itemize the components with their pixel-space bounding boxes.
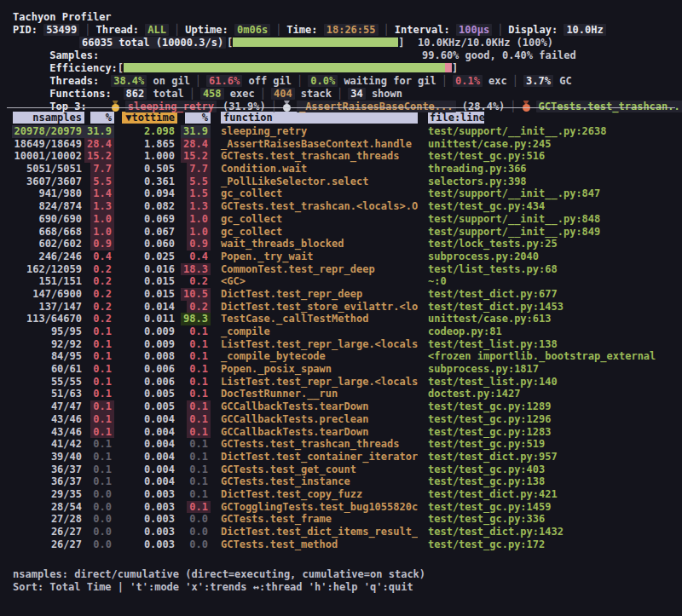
table-row[interactable]: 43/46 0.1 0.004 0.1 GCCallbackTests.tear… <box>0 426 682 439</box>
pct-cumulative-cell: 0.0 <box>177 538 211 551</box>
table-row[interactable]: 941/980 1.4 0.094 1.5 gc_collect test/su… <box>0 187 682 200</box>
tottime-cell: 2.098 <box>114 125 177 138</box>
info-value: 0m06s <box>234 24 270 36</box>
tottime-cell: 0.361 <box>114 176 177 188</box>
column-header-pct-direct[interactable]: % <box>90 112 114 124</box>
samples-rate: 10.0KHz/10.0KHz (100%) <box>418 37 553 49</box>
table-row[interactable]: 113/64670 0.2 0.011 98.3 TestCase._callT… <box>0 313 682 325</box>
samples-bar: [] <box>227 37 404 49</box>
table-row[interactable]: 151/151 0.2 0.015 0.2 <GC> ~:0 <box>0 275 682 288</box>
function-cell: GCTogglingTests.test_bug1055820c <box>211 501 418 514</box>
file-line-cell: codeop.py:81 <box>418 325 682 338</box>
file-line-cell: threading.py:366 <box>418 163 682 176</box>
nsamples-cell: 47/47 <box>0 400 84 413</box>
table-row[interactable]: 43/46 0.1 0.004 0.1 GCCallbackTests.prec… <box>0 413 682 426</box>
nsamples-cell: 26/27 <box>0 538 84 551</box>
table-row[interactable]: 36/37 0.1 0.004 0.1 GCTests.test_get_cou… <box>0 463 682 476</box>
table-header-row: nsamples % ▼tottime % function file:line <box>0 112 682 125</box>
tottime-cell: 0.004 <box>114 451 177 463</box>
table-row[interactable]: 92/92 0.1 0.009 0.1 ListTest.test_repr_l… <box>0 338 682 351</box>
table-row[interactable]: 51/63 0.1 0.005 0.1 DocTestRunner.__run … <box>0 388 682 400</box>
table-row[interactable]: 27/28 0.0 0.003 0.0 GCTests.test_frame t… <box>0 513 682 526</box>
column-header-function[interactable]: function <box>221 112 418 124</box>
function-cell: _compile_bytecode <box>211 350 418 363</box>
function-cell: sleeping_retry <box>211 125 418 138</box>
tottime-cell: 0.009 <box>114 325 177 338</box>
tottime-cell: 0.003 <box>114 538 177 551</box>
nsamples-cell: 55/55 <box>0 376 84 389</box>
separator-glyph: │ <box>266 101 282 112</box>
pct-cumulative-cell: 0.4 <box>177 250 211 263</box>
footer-section: nsamples: direct/cumulative (direct=exec… <box>0 568 682 594</box>
file-line-cell: test/test_gc.py:172 <box>418 538 682 551</box>
table-row[interactable]: 41/42 0.1 0.004 0.1 GCTests.test_trashca… <box>0 438 682 451</box>
table-row[interactable]: 690/690 1.0 0.069 1.0 gc_collect test/su… <box>0 213 682 226</box>
function-cell: gc_collect <box>211 213 418 226</box>
pct-cumulative-cell: 31.9 <box>177 125 211 138</box>
table-row[interactable]: 55/55 0.1 0.006 0.1 ListTest.test_repr_l… <box>0 376 682 389</box>
table-row[interactable]: 84/95 0.1 0.008 0.1 _compile_bytecode <f… <box>0 350 682 363</box>
info-label: Uptime: <box>185 24 234 36</box>
column-header-pct-cumulative[interactable]: % <box>185 112 211 124</box>
column-header-file-line[interactable]: file:line <box>428 112 484 124</box>
nsamples-cell: 41/42 <box>0 438 84 451</box>
pct-direct-cell: 1.3 <box>84 200 114 213</box>
table-row[interactable]: 162/12059 0.2 0.016 18.3 CommonTest.test… <box>0 263 682 276</box>
pct-direct-cell: 0.0 <box>84 513 114 526</box>
pct-direct-cell: 0.4 <box>84 250 114 263</box>
table-row[interactable]: 28/54 0.0 0.003 0.1 GCTogglingTests.test… <box>0 501 682 514</box>
table-row[interactable]: 668/668 1.0 0.067 1.0 gc_collect test/su… <box>0 226 682 239</box>
info-label: Time: <box>286 24 323 36</box>
nsamples-cell: 36/37 <box>0 475 84 488</box>
tottime-cell: 0.015 <box>114 275 177 288</box>
file-line-cell: test/test_dict.py:421 <box>418 488 682 501</box>
pct-direct-cell: 0.1 <box>84 325 114 338</box>
table-row[interactable]: 29/35 0.0 0.003 0.1 DictTest.test_copy_f… <box>0 488 682 501</box>
pct-direct-cell: 0.2 <box>84 301 114 314</box>
table-row[interactable]: 147/6900 0.2 0.015 10.5 DictTest.test_re… <box>0 288 682 301</box>
table-row[interactable]: 47/47 0.1 0.005 0.1 GCCallbackTests.tear… <box>0 400 682 413</box>
tottime-cell: 0.016 <box>114 263 177 276</box>
table-row[interactable]: 824/874 1.3 0.082 1.3 GCTests.test_trash… <box>0 200 682 213</box>
table-row[interactable]: 20978/20979 31.9 2.098 31.9 sleeping_ret… <box>0 125 682 138</box>
table-row[interactable]: 95/95 0.1 0.009 0.1 _compile codeop.py:8… <box>0 325 682 338</box>
table-row[interactable]: 602/602 0.9 0.060 0.9 wait_threads_block… <box>0 238 682 250</box>
function-cell: GCTests.test_get_count <box>211 463 418 476</box>
table-row[interactable]: 137/147 0.2 0.014 0.2 DictTest.test_stor… <box>0 301 682 314</box>
table-row[interactable]: 36/37 0.1 0.004 0.1 GCTests.test_instanc… <box>0 475 682 488</box>
column-header-tottime-sorted[interactable]: ▼tottime <box>122 112 177 124</box>
nsamples-cell: 20978/20979 <box>0 125 84 138</box>
table-row[interactable]: 246/246 0.4 0.025 0.4 Popen._try_wait su… <box>0 250 682 263</box>
table-row[interactable]: 60/61 0.1 0.006 0.1 Popen._posix_spawn s… <box>0 363 682 376</box>
file-line-cell: test/test_dict.py:957 <box>418 451 682 463</box>
table-row[interactable]: 26/27 0.0 0.003 0.0 DictTest.test_dict_i… <box>0 526 682 538</box>
tottime-cell: 1.865 <box>114 138 177 151</box>
file-line-cell: test/support/__init__.py:2638 <box>418 125 682 138</box>
table-body: 20978/20979 31.9 2.098 31.9 sleeping_ret… <box>0 125 682 550</box>
nsamples-cell: 27/28 <box>0 513 84 526</box>
nsamples-cell: 162/12059 <box>0 263 84 276</box>
tottime-cell: 0.003 <box>114 526 177 538</box>
info-value: 10.0Hz <box>564 24 605 36</box>
pct-cumulative-cell: 1.3 <box>177 200 211 213</box>
table-row[interactable]: 10001/10002 15.2 1.000 15.2 GCTests.test… <box>0 150 682 163</box>
pct-direct-cell: 0.0 <box>84 488 114 501</box>
separator-glyph: │ <box>492 24 508 36</box>
pct-cumulative-cell: 0.1 <box>177 376 211 389</box>
tottime-cell: 0.003 <box>114 488 177 501</box>
function-cell: GCCallbackTests.preclean <box>211 413 418 426</box>
tottime-cell: 0.060 <box>114 238 177 250</box>
table-row[interactable]: 5051/5051 7.7 0.505 7.7 Condition.wait t… <box>0 163 682 176</box>
pct-cumulative-cell: 0.1 <box>177 501 211 514</box>
table-row[interactable]: 3607/3607 5.5 0.361 5.5 _PollLikeSelecto… <box>0 176 682 188</box>
table-row[interactable]: 18649/18649 28.4 1.865 28.4 _AssertRaise… <box>0 138 682 151</box>
table-row[interactable]: 26/27 0.0 0.003 0.0 GCTests.test_method … <box>0 538 682 551</box>
function-cell: CommonTest.test_repr_deep <box>211 263 418 276</box>
nsamples-cell: 668/668 <box>0 226 84 239</box>
function-cell: GCTests.test_trashcan_threads <box>211 150 418 163</box>
tottime-cell: 0.004 <box>114 463 177 476</box>
table-row[interactable]: 39/40 0.1 0.004 0.1 DictTest.test_contai… <box>0 451 682 463</box>
pct-direct-cell: 0.1 <box>84 400 114 413</box>
nsamples-cell: 36/37 <box>0 463 84 476</box>
pct-direct-cell: 0.1 <box>84 338 114 351</box>
